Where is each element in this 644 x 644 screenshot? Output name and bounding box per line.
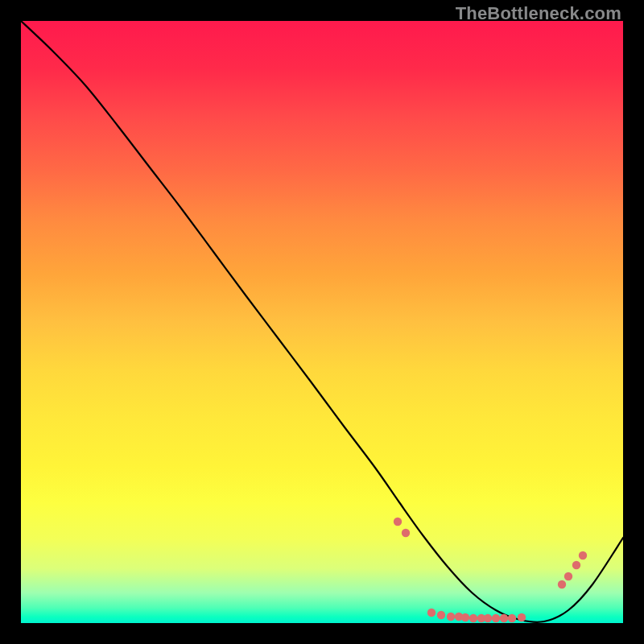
- dot-i: [477, 614, 485, 622]
- watermark-text: TheBottleneck.com: [456, 3, 621, 24]
- dot-m: [508, 614, 516, 622]
- dot-b: [402, 529, 410, 537]
- chart-canvas: TheBottleneck.com: [0, 0, 644, 644]
- plot-area: [21, 21, 623, 623]
- dot-l: [500, 614, 508, 622]
- curve-layer: [21, 21, 623, 623]
- dot-g: [461, 613, 469, 621]
- dot-f: [455, 613, 463, 621]
- dot-r: [579, 551, 587, 559]
- dot-q: [572, 561, 580, 569]
- dot-a: [394, 518, 402, 526]
- dot-k: [492, 614, 500, 622]
- data-dots: [394, 518, 587, 622]
- dot-n: [518, 613, 526, 621]
- dot-p: [564, 572, 572, 580]
- dot-d: [437, 611, 445, 619]
- bottleneck-curve: [21, 21, 623, 622]
- dot-e: [447, 613, 455, 621]
- dot-j: [484, 614, 492, 622]
- dot-o: [558, 580, 566, 588]
- dot-h: [469, 614, 477, 622]
- dot-c: [427, 609, 436, 617]
